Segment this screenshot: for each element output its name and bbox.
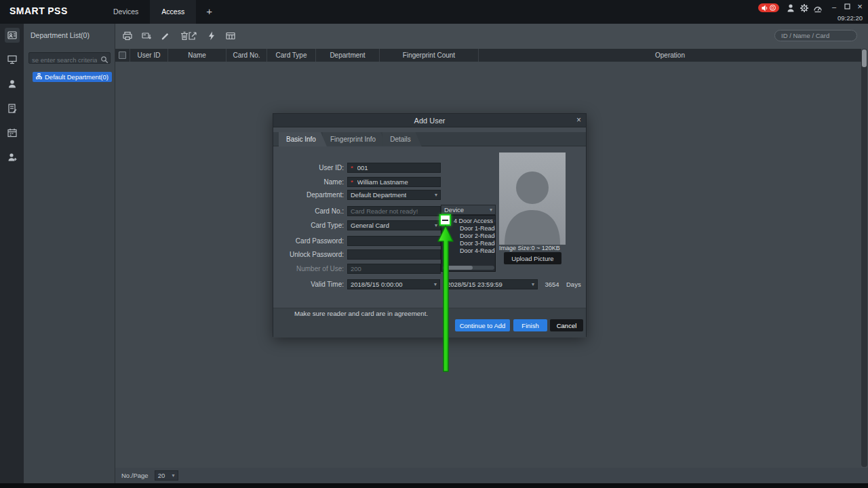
log-icon[interactable]	[5, 101, 20, 116]
alarm-count-badge: 0	[770, 5, 776, 11]
smart-pss-window: SMARTPSS Devices Access + 0 – × 09:22:20	[0, 0, 868, 488]
avatar-silhouette	[499, 152, 566, 245]
column-card-type[interactable]: Card Type	[267, 49, 316, 62]
user-id-value: 001	[357, 164, 368, 171]
close-icon[interactable]: ×	[576, 115, 581, 125]
card-type-value: General Card	[351, 222, 389, 229]
tab-basic-info[interactable]: Basic Info	[279, 132, 327, 146]
device-tree-item-door1[interactable]: Door 1-Reade	[460, 225, 496, 232]
tab-fingerprint-info[interactable]: Fingerprint Info	[323, 132, 387, 146]
close-icon[interactable]: ×	[854, 1, 865, 12]
dialog-tab-bar: Basic Info Fingerprint Info Details	[273, 132, 586, 146]
user-search-input[interactable]	[775, 32, 868, 39]
valid-time-row: Valid Time: 2018/5/15 0:00:00 ▾ 2028/5/1…	[273, 279, 586, 289]
column-fingerprint-count[interactable]: Fingerprint Count	[380, 49, 479, 62]
card-box-icon[interactable]	[225, 30, 236, 41]
card-type-label: Card Type:	[273, 222, 344, 229]
caret-down-icon: ▾	[172, 473, 175, 479]
device-tree-item-door3[interactable]: Door 3-Reade	[460, 240, 496, 247]
caret-down-icon: ▾	[490, 207, 492, 213]
dialog-title: Add User	[414, 117, 446, 125]
logo-secondary: PSS	[47, 5, 68, 16]
department-icon	[36, 73, 42, 81]
card-password-field[interactable]	[347, 236, 441, 246]
alarm-indicator[interactable]: 0	[758, 3, 779, 12]
department-value: Default Department	[351, 191, 406, 199]
select-all-checkbox[interactable]	[115, 49, 130, 62]
device-icon[interactable]	[5, 52, 20, 67]
user-id-field[interactable]: * 001	[347, 163, 441, 173]
number-of-use-row: Number of Use: 200	[273, 264, 586, 274]
valid-time-to-value: 2028/5/15 23:59:59	[447, 281, 502, 288]
device-tree-item-controller[interactable]: 4 Door Access C	[454, 218, 496, 225]
card-print-icon[interactable]	[122, 30, 133, 41]
card-issue-icon[interactable]	[141, 30, 152, 41]
column-user-id[interactable]: User ID	[130, 49, 168, 62]
page-size-select[interactable]: 20 ▾	[155, 470, 178, 481]
device-tree-checkbox[interactable]	[439, 214, 451, 226]
tab-details[interactable]: Details	[382, 132, 422, 146]
export-icon[interactable]	[187, 30, 198, 41]
table-scrollbar[interactable]	[861, 49, 867, 467]
card-type-select[interactable]: General Card ▾	[347, 220, 441, 230]
number-of-use-label: Number of Use:	[273, 265, 344, 272]
valid-days-label: Days	[566, 281, 581, 288]
search-icon[interactable]	[100, 54, 108, 66]
upload-picture-button[interactable]: Upload Picture	[504, 252, 561, 264]
tab-devices[interactable]: Devices	[102, 0, 150, 24]
device-panel-hscrollbar[interactable]	[443, 266, 494, 270]
department-select[interactable]: Default Department ▾	[347, 190, 441, 200]
finish-button[interactable]: Finish	[513, 319, 547, 331]
hscrollbar-thumb[interactable]	[443, 266, 473, 270]
dialog-note: Make sure reader and card are in agreeme…	[294, 310, 428, 317]
column-card-no[interactable]: Card No.	[226, 49, 267, 62]
column-operation[interactable]: Operation	[479, 49, 861, 62]
valid-time-to-select[interactable]: 2028/5/15 23:59:59 ▾	[443, 279, 538, 289]
valid-days-value: 3654	[542, 281, 562, 288]
personnel-icon[interactable]	[5, 150, 20, 165]
card-no-label: Card No.:	[273, 207, 344, 215]
user-icon[interactable]	[5, 77, 20, 92]
department-search	[28, 52, 111, 64]
column-department[interactable]: Department	[316, 49, 380, 62]
number-of-use-field: 200	[347, 264, 441, 274]
tab-access[interactable]: Access	[150, 0, 196, 24]
device-tree-item-door2[interactable]: Door 2-Reade	[460, 232, 496, 240]
tree-item-default-department[interactable]: Default Department(0)	[33, 72, 112, 82]
user-toolbar	[122, 30, 190, 41]
attendance-icon[interactable]	[5, 125, 20, 140]
user-search	[774, 30, 857, 41]
number-of-use-value: 200	[351, 265, 361, 272]
column-name[interactable]: Name	[168, 49, 226, 62]
caret-down-icon: ▾	[434, 282, 437, 287]
department-search-input[interactable]	[29, 55, 97, 65]
bottom-strip	[0, 483, 868, 488]
unlock-password-label: Unlock Password:	[273, 251, 344, 258]
unlock-password-field[interactable]	[347, 249, 441, 260]
edit-icon[interactable]	[160, 30, 171, 41]
gauge-icon[interactable]	[812, 3, 823, 14]
caret-down-icon: ▾	[532, 282, 534, 287]
device-select[interactable]: Device ▾	[441, 205, 496, 215]
department-list-title: Department List(0)	[31, 31, 90, 39]
gear-icon[interactable]	[799, 3, 810, 14]
continue-to-add-button[interactable]: Continue to Add	[455, 319, 510, 331]
card-no-field[interactable]: Card Reader not ready!	[347, 206, 441, 216]
app-logo: SMARTPSS	[9, 5, 68, 16]
scrollbar-thumb[interactable]	[862, 49, 867, 67]
new-tab-button[interactable]: +	[196, 0, 222, 24]
access-module-icon[interactable]	[5, 28, 20, 43]
device-tree-item-door4[interactable]: Door 4-Reade	[460, 247, 496, 255]
image-size-hint: Image Size:0 ~ 120KB	[499, 245, 560, 251]
dispatch-icon[interactable]	[206, 30, 217, 41]
maximize-icon[interactable]	[842, 1, 852, 12]
cancel-button[interactable]: Cancel	[550, 319, 583, 331]
name-field[interactable]: * William Lastname	[347, 177, 441, 187]
required-marker: *	[351, 178, 353, 186]
valid-time-from-value: 2018/5/15 0:00:00	[351, 281, 403, 288]
user-icon[interactable]	[785, 3, 796, 14]
minimize-icon[interactable]: –	[829, 1, 840, 12]
department-label: Department:	[273, 191, 344, 199]
valid-time-from-select[interactable]: 2018/5/15 0:00:00 ▾	[347, 279, 440, 289]
page-size-value: 20	[158, 472, 165, 479]
